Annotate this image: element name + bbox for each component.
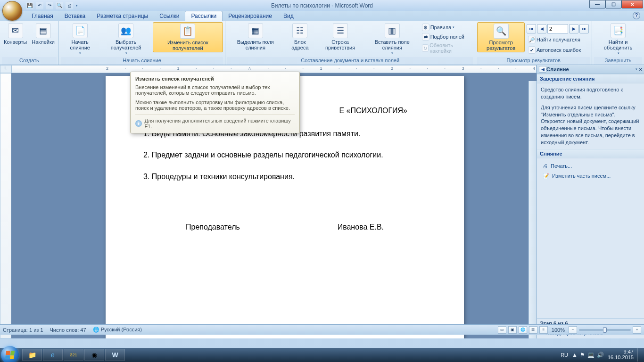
pane-title: Слияние — [546, 66, 635, 72]
start-button[interactable] — [1, 346, 19, 362]
doc-q3: 3. Процедуры и техники консультирования. — [143, 170, 426, 183]
pane-edit-link[interactable]: 📝Изменить часть писем... — [541, 171, 640, 181]
zoom-out[interactable]: − — [569, 326, 577, 334]
maximize-button[interactable]: ☐ — [605, 0, 621, 8]
taskbar-mpc[interactable]: 321 — [64, 349, 83, 361]
office-button[interactable] — [2, 1, 22, 21]
finish-merge-button[interactable]: 📑Найти и объединить▾ — [594, 22, 642, 56]
envelope-icon: ✉ — [8, 23, 23, 38]
preview-results-button[interactable]: 🔍Просмотр результатов — [477, 22, 525, 52]
teacher-name: Иванова Е.В. — [338, 221, 384, 233]
doc-q2: 2. Предмет задачи и основные разделы пед… — [143, 148, 426, 161]
last-record-button[interactable]: ⏭ — [579, 24, 589, 33]
start-merge-button[interactable]: 📄Начать слияние▾ — [61, 22, 99, 56]
ribbon-tabs: Главная Вставка Разметка страницы Ссылки… — [0, 11, 644, 21]
tab-references[interactable]: Ссылки — [154, 11, 185, 21]
tab-view[interactable]: Вид — [278, 11, 299, 21]
qat-redo[interactable]: ↷ — [46, 2, 53, 9]
next-record-button[interactable]: ▶ — [569, 24, 578, 33]
window-title: Билеты по психологии - Microsoft Word — [271, 2, 373, 9]
view-print-layout[interactable]: ▭ — [498, 326, 506, 334]
qat-undo[interactable]: ↶ — [36, 2, 43, 9]
people-icon: 👥 — [118, 23, 133, 38]
minimize-button[interactable]: — — [589, 0, 605, 8]
taskbar-word[interactable]: W — [105, 349, 125, 361]
envelopes-button[interactable]: ✉Конверты — [2, 22, 29, 46]
prev-record-button[interactable]: ◀ — [537, 24, 546, 33]
tray-network-icon[interactable]: 💻 — [587, 352, 594, 358]
tray-volume-icon[interactable]: 🔊 — [597, 352, 604, 358]
group-start-merge: 📄Начать слияние▾ 👥Выбрать получателей▾ 📋… — [59, 21, 225, 65]
qat-print[interactable]: 🖨 — [66, 2, 73, 9]
edit-recipients-button[interactable]: 📋Изменить список получателей — [153, 22, 223, 52]
label-icon: ▤ — [36, 23, 51, 38]
tray-lang[interactable]: RU — [561, 352, 568, 358]
show-desktop[interactable] — [637, 348, 641, 362]
view-fullscreen[interactable]: ▣ — [508, 326, 517, 334]
tray-flag-icon[interactable]: ⚑ — [580, 352, 585, 358]
zoom-slider[interactable] — [579, 329, 631, 331]
tray-clock[interactable]: 9:4716.10.2015 — [608, 349, 634, 360]
find-recipient-button[interactable]: 🔎Найти получателя — [527, 35, 589, 44]
zoom-label[interactable]: 100% — [552, 327, 565, 333]
status-bar: Страница: 1 из 1 Число слов: 47 🌐 Русски… — [0, 324, 644, 335]
taskbar-explorer[interactable]: 📁 — [22, 349, 42, 361]
qat-save[interactable]: 💾 — [26, 2, 33, 9]
group-preview-label: Просмотр результатов — [477, 57, 590, 65]
pane-sec2-head: Слияние — [537, 149, 644, 158]
view-outline[interactable]: ☰ — [529, 326, 537, 334]
ribbon: ✉Конверты ▤Наклейки Создать 📄Начать слия… — [0, 21, 644, 65]
view-web[interactable]: 🌐 — [519, 326, 527, 334]
finish-icon: 📑 — [611, 23, 626, 38]
tab-pagelayout[interactable]: Разметка страницы — [91, 11, 154, 21]
vertical-ruler[interactable] — [0, 73, 11, 338]
insert-field-button[interactable]: ▥Вставить поле слияния▾ — [365, 22, 420, 56]
status-lang[interactable]: 🌐 Русский (Россия) — [93, 327, 142, 333]
tooltip-p2: Можно также выполнить сортировку или фил… — [135, 99, 295, 111]
taskbar-chrome[interactable]: ◉ — [84, 349, 104, 361]
tab-review[interactable]: Рецензирование — [223, 11, 278, 21]
status-words[interactable]: Число слов: 47 — [50, 327, 86, 333]
rules-button[interactable]: ⚙Правила▾ — [421, 23, 473, 32]
vertical-scrollbar[interactable] — [528, 81, 537, 338]
pane-nav-back[interactable]: ◀ — [539, 66, 546, 73]
select-recipients-button[interactable]: 👥Выбрать получателей▾ — [100, 22, 152, 56]
tab-insert[interactable]: Вставка — [59, 11, 91, 21]
group-finish: 📑Найти и объединить▾ Завершить — [592, 21, 644, 65]
help-button[interactable]: ? — [633, 12, 640, 19]
qat-customize[interactable]: ▾ — [76, 4, 78, 8]
address-block-button[interactable]: ☷Блок адреса — [284, 22, 315, 51]
find-icon: 🔎 — [528, 36, 536, 43]
match-icon: ⇄ — [422, 33, 429, 41]
match-fields-button[interactable]: ⇄Подбор полей — [421, 33, 473, 41]
check-errors-button[interactable]: ✔Автопоиск ошибок — [527, 46, 589, 54]
record-navigator: ⏮ ◀ ▶ ⏭ — [527, 24, 589, 33]
view-draft[interactable]: ≡ — [539, 326, 548, 334]
highlight-fields-button[interactable]: ▦Выделить поля слияния — [227, 22, 283, 51]
teacher-label: Преподаватель — [186, 221, 240, 233]
group-finish-label: Завершить — [594, 57, 642, 65]
labels-button[interactable]: ▤Наклейки — [30, 22, 57, 46]
status-page[interactable]: Страница: 1 из 1 — [3, 327, 43, 333]
tray-up-icon[interactable]: ▲ — [572, 352, 578, 358]
edit-list-icon: 📋 — [180, 24, 195, 39]
pane-menu[interactable]: ▾ — [636, 67, 637, 71]
group-preview: 🔍Просмотр результатов ⏮ ◀ ▶ ⏭ 🔎Найти пол… — [475, 21, 592, 65]
taskbar-ie[interactable]: e — [43, 349, 63, 361]
qat-preview[interactable]: 🔍 — [56, 2, 63, 9]
document-icon: 📄 — [73, 23, 88, 38]
tab-home[interactable]: Главная — [26, 11, 59, 21]
record-number-input[interactable] — [547, 24, 568, 33]
zoom-in[interactable]: + — [633, 326, 641, 334]
pane-print-link[interactable]: 🖨Печать... — [541, 161, 640, 171]
pane-close[interactable]: × — [639, 66, 642, 72]
ruler-corner[interactable]: L — [0, 65, 11, 73]
insertfield-icon: ▥ — [385, 23, 400, 38]
quick-access-toolbar: 💾 ↶ ↷ 🔍 🖨 ▾ — [26, 0, 78, 11]
group-fields-label: Составление документа и вставка полей — [227, 57, 473, 65]
first-record-button[interactable]: ⏮ — [527, 24, 536, 33]
greeting-line-button[interactable]: ☰Строка приветствия — [316, 22, 364, 51]
group-start-label: Начать слияние — [61, 57, 223, 65]
close-button[interactable]: ✕ — [621, 0, 643, 8]
tab-mailings[interactable]: Рассылки — [185, 11, 223, 21]
